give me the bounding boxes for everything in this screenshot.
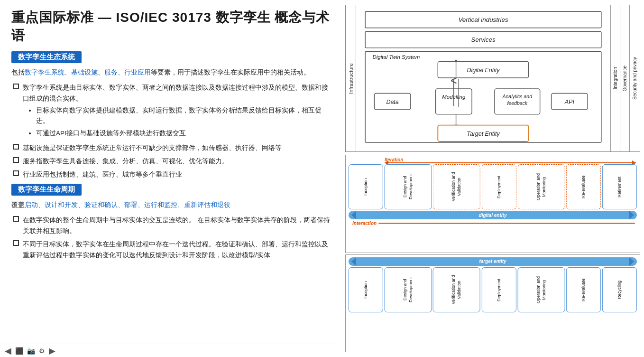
de-arrow-left	[351, 211, 356, 219]
te-box-operation: Operation and Monitoring	[518, 267, 565, 312]
bullet-text-4: 行业应用包括制造、建筑、医疗、城市等多个垂直行业	[23, 169, 182, 180]
target-entity-arrow-row: target entity	[349, 257, 637, 266]
digital-entity-arrow: digital entity	[349, 211, 637, 219]
lc-box-operation-1: Operation and Monitoring	[518, 164, 565, 209]
te-box-inception: Inception	[349, 267, 383, 312]
bullet-text-2: 基础设施是保证数字孪生系统正常运行不可缺少的支撑部件，如传感器、执行器、网络等	[23, 142, 282, 153]
svg-text:Services: Services	[471, 36, 496, 43]
svg-text:Digital Twin System: Digital Twin System	[372, 54, 420, 60]
infrastructure-label-container: Infrastructure	[346, 5, 356, 151]
te-box-reevaluate: Re-evaluate	[566, 267, 601, 312]
s2-bullet-square-2	[13, 240, 19, 246]
target-entity-lifecycle: target entity Inception Design and Devel…	[345, 254, 640, 353]
bottom-nav: ◀ ⬛ 📷 ⚙ ▶	[0, 344, 341, 357]
iteration-arrow	[385, 162, 636, 163]
bullet-item-3: 服务指数字孪生具备连接、集成、分析、仿真、可视化、优化等能力。	[13, 156, 330, 167]
nav-icon-1[interactable]: ⬛	[15, 347, 23, 355]
digital-entity-arrow-row: digital entity	[349, 210, 637, 220]
sub-bullet-1-1: 目标实体向数字实体提供建模数据、实时运行数据，数字实体将分析结果反馈给目标实体，…	[36, 105, 330, 127]
section1: 数字孪生生态系统 包括数字孪生系统、基础设施、服务、行业应用等要素，用于描述数字…	[11, 51, 330, 180]
svg-text:Digital Entity: Digital Entity	[467, 67, 500, 74]
iteration-arrow-area: Iteration	[385, 157, 636, 163]
prev-icon[interactable]: ◀	[5, 346, 11, 356]
section2-links: 启动、设计和开发、验证和确认、部署、运行和监控、重新评估和退役	[25, 201, 230, 208]
section2: 数字孪生生命周期 覆盖启动、设计和开发、验证和确认、部署、运行和监控、重新评估和…	[11, 184, 330, 261]
diagram-svg: Vertical industries Services Digital Twi…	[356, 5, 610, 151]
bullet-square-3	[13, 157, 19, 163]
lc-box-reevaluate-1: Re-evaluate	[566, 164, 601, 209]
bullet-square-1	[13, 84, 19, 89]
target-entity-arrow: target entity	[349, 257, 637, 266]
lc-box-verification-1: Verification and Validation	[433, 164, 480, 209]
bullet-item-2: 基础设施是保证数字孪生系统正常运行不可缺少的支撑部件，如传感器、执行器、网络等	[13, 142, 330, 153]
section2-bullets: 在数字实体的整个生命周期中与目标实体的交互是连续的。 在目标实体与数字实体共存的…	[13, 215, 330, 261]
lc-box-design-1: Design and Development	[385, 164, 432, 209]
section1-intro: 包括数字孪生系统、基础设施、服务、行业应用等要素，用于描述数字孪生在实际应用中的…	[11, 67, 330, 78]
integration-label-container: Integration	[610, 5, 620, 151]
bullet-square-4	[13, 170, 19, 176]
nav-icon-3[interactable]: ⚙	[39, 347, 45, 355]
iteration-label: Iteration	[385, 157, 636, 162]
digital-entity-arrow-label: digital entity	[479, 213, 507, 218]
sub-bullets-1: 目标实体向数字实体提供建模数据、实时运行数据，数字实体将分析结果反馈给目标实体，…	[36, 105, 330, 139]
infrastructure-label: Infrastructure	[348, 63, 354, 94]
target-entity-arrow-label: target entity	[479, 259, 506, 264]
governance-label-container: Governance	[620, 5, 629, 151]
section1-header: 数字孪生生态系统	[11, 51, 82, 63]
left-panel: 重点国际标准 — ISO/IEC 30173 数字孪生 概念与术语 数字孪生生态…	[0, 0, 341, 357]
svg-text:feedback: feedback	[507, 100, 527, 106]
interaction-line	[378, 223, 635, 224]
lc-box-retirement-1: Retirement	[602, 164, 637, 209]
section1-bullets: 数字孪生系统是由目标实体、数字实体、两者之间的数据连接以及数据连接过程中涉及的模…	[13, 82, 330, 180]
interaction-label: Interaction	[352, 221, 377, 226]
te-box-verification: Verification and Validation	[433, 267, 480, 312]
section2-intro: 覆盖启动、设计和开发、验证和确认、部署、运行和监控、重新评估和退役	[11, 199, 330, 211]
bullet-square-2	[13, 144, 19, 150]
bullet-item-1: 数字孪生系统是由目标实体、数字实体、两者之间的数据连接以及数据连接过程中涉及的模…	[13, 82, 330, 140]
lc-box-deployment-1: Deployment	[482, 164, 516, 209]
diagram-content: Vertical industries Services Digital Twi…	[356, 5, 610, 151]
s2-bullet-square-1	[13, 216, 19, 222]
section2-bullet-2: 不同于目标实体，数字实体在生命周期过程中存在一个迭代过程。在验证和确认、部署、运…	[13, 239, 330, 261]
svg-text:Analytics and: Analytics and	[502, 94, 533, 99]
right-side-labels: Integration Governance Security and priv…	[610, 5, 640, 151]
page-container: 重点国际标准 — ISO/IEC 30173 数字孪生 概念与术语 数字孪生生态…	[0, 0, 644, 357]
de-arrow-right	[629, 211, 634, 219]
target-entity-boxes: Inception Design and Development Verific…	[349, 267, 637, 312]
te-box-recycling: Recycling	[602, 267, 637, 312]
te-arrow-left	[351, 257, 356, 266]
lifecycle-diagrams: Iteration Inception Design and Developme…	[345, 155, 640, 352]
bullet-text-3: 服务指数字孪生具备连接、集成、分析、仿真、可视化、优化等能力。	[23, 156, 229, 167]
bullet-item-4: 行业应用包括制造、建筑、医疗、城市等多个垂直行业	[13, 169, 330, 180]
svg-text:API: API	[564, 99, 575, 105]
te-box-deployment: Deployment	[482, 267, 516, 312]
te-box-design: Design and Development	[385, 267, 432, 312]
page-title: 重点国际标准 — ISO/IEC 30173 数字孪生 概念与术语	[11, 9, 330, 45]
sub-bullet-1-2: 可通过API接口与基础设施等外部模块进行数据交互	[36, 128, 330, 139]
integration-label: Integration	[613, 67, 618, 89]
section1-links: 数字孪生系统、基础设施、服务、行业应用	[25, 68, 151, 76]
section2-header: 数字孪生生命周期	[11, 184, 82, 196]
security-label: Security and privacy	[632, 57, 637, 100]
nav-icon-2[interactable]: 📷	[27, 347, 35, 355]
s2-bullet-text-1: 在数字实体的整个生命周期中与目标实体的交互是连续的。 在目标实体与数字实体共存的…	[23, 215, 330, 236]
top-diagram: Infrastructure Vertical industries Servi…	[345, 5, 640, 152]
next-icon[interactable]: ▶	[49, 346, 55, 356]
svg-text:Vertical industries: Vertical industries	[458, 16, 508, 23]
lc-box-inception-1: Inception	[349, 164, 383, 209]
digital-entity-boxes: Inception Design and Development Verific…	[349, 164, 637, 209]
te-arrow-right	[629, 257, 634, 266]
right-panel: Infrastructure Vertical industries Servi…	[341, 0, 644, 357]
iteration-line	[385, 162, 636, 163]
digital-entity-lifecycle: Iteration Inception Design and Developme…	[345, 155, 640, 253]
interaction-row: Interaction	[349, 221, 637, 226]
section2-bullet-1: 在数字实体的整个生命周期中与目标实体的交互是连续的。 在目标实体与数字实体共存的…	[13, 215, 330, 236]
governance-label: Governance	[622, 66, 627, 91]
svg-text:Target Entity: Target Entity	[467, 131, 500, 137]
iteration-row: Iteration	[349, 157, 637, 163]
s2-bullet-text-2: 不同于目标实体，数字实体在生命周期过程中存在一个迭代过程。在验证和确认、部署、运…	[23, 239, 330, 261]
security-label-container: Security and privacy	[629, 5, 640, 151]
bullet-text-1: 数字孪生系统是由目标实体、数字实体、两者之间的数据连接以及数据连接过程中涉及的模…	[23, 82, 330, 140]
svg-text:Data: Data	[386, 99, 398, 105]
